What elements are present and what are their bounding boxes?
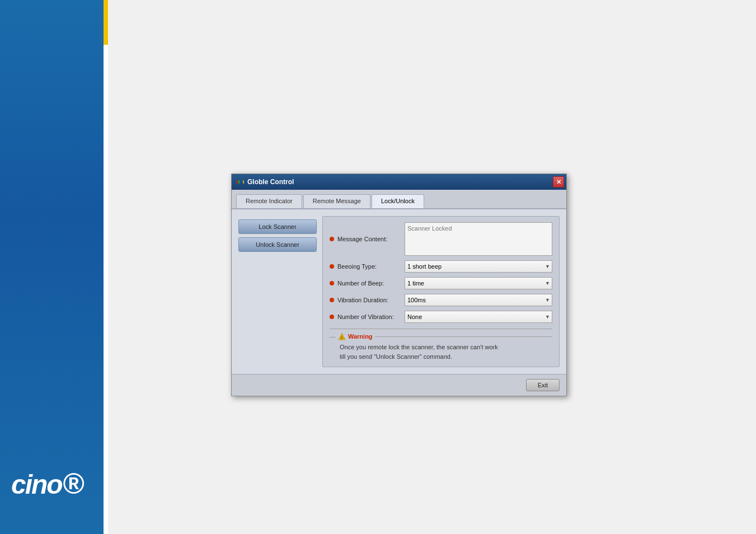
- number-of-vibration-label: Number of Vibration:: [337, 313, 405, 320]
- unlock-scanner-button[interactable]: Unlock Scanner: [238, 237, 317, 252]
- vibration-duration-label: Vibration Duration:: [337, 297, 405, 303]
- tab-remote-indicator[interactable]: Remote Indicator: [236, 194, 302, 208]
- message-content-label: Message Content:: [337, 236, 405, 242]
- tab-bar: Remote Indicator Remote Message Lock/Unl…: [232, 190, 566, 209]
- number-of-vibration-select[interactable]: None 1 time 2 times 3 times: [405, 311, 552, 323]
- number-of-beep-label: Number of Beep:: [337, 280, 405, 287]
- number-of-vibration-select-wrapper: None 1 time 2 times 3 times: [405, 311, 552, 323]
- warning-title-row: — ! Warning: [330, 332, 552, 340]
- sidebar-accent-bar: [104, 0, 108, 45]
- warning-section: — ! Warning Once you remote lock the sca…: [330, 329, 552, 361]
- left-panel: Lock Scanner Unlock Scanner: [238, 216, 317, 367]
- tab-lock-unlock[interactable]: Lock/Unlock: [372, 194, 424, 208]
- beeping-type-row: Beeoing Type: 1 short beep 2 short beeps…: [330, 260, 552, 273]
- sidebar-border: [104, 0, 108, 534]
- warning-line: [375, 336, 552, 337]
- message-content-bullet: [330, 237, 334, 241]
- dialog-window: Globle Control ✕ Remote Indicator Remote…: [231, 174, 567, 396]
- tab-remote-message[interactable]: Remote Message: [303, 194, 370, 208]
- warning-dash: —: [330, 333, 336, 340]
- beeping-type-bullet: [330, 264, 334, 269]
- close-button[interactable]: ✕: [553, 176, 564, 188]
- right-panel: Message Content: Beeoing Type: 1 short b…: [322, 216, 560, 367]
- svg-text:!: !: [341, 336, 342, 340]
- icon-sq-green: [238, 180, 240, 184]
- message-content-row: Message Content:: [330, 222, 552, 256]
- vibration-duration-row: Vibration Duration: 100ms 200ms 500ms No…: [330, 294, 552, 306]
- beeping-type-label: Beeoing Type:: [337, 263, 405, 270]
- title-bar: Globle Control ✕: [232, 174, 566, 190]
- beeping-type-select-wrapper: 1 short beep 2 short beeps 3 short beeps…: [405, 260, 552, 273]
- vibration-duration-select[interactable]: 100ms 200ms 500ms None: [405, 294, 552, 306]
- icon-sq-red: [236, 180, 237, 184]
- message-content-textarea[interactable]: [405, 222, 552, 256]
- warning-label: Warning: [348, 333, 373, 340]
- dialog-body: Lock Scanner Unlock Scanner Message Cont…: [232, 209, 566, 374]
- dialog-footer: Exit: [232, 374, 566, 396]
- warning-text: Once you remote lock the scanner, the sc…: [330, 343, 552, 361]
- warning-icon: !: [338, 332, 346, 340]
- sidebar: [0, 0, 104, 534]
- vibration-duration-select-wrapper: 100ms 200ms 500ms None: [405, 294, 552, 306]
- beeping-type-select[interactable]: 1 short beep 2 short beeps 3 short beeps…: [405, 260, 552, 273]
- title-bar-icon: [236, 178, 244, 186]
- exit-button[interactable]: Exit: [526, 379, 560, 391]
- icon-sq-yellow: [243, 180, 244, 184]
- dialog-title: Globle Control: [247, 178, 294, 186]
- number-of-beep-select-wrapper: 1 time 2 times 3 times None: [405, 277, 552, 289]
- number-of-beep-select[interactable]: 1 time 2 times 3 times None: [405, 277, 552, 289]
- icon-sq-blue: [241, 180, 242, 184]
- number-of-vibration-bullet: [330, 315, 334, 319]
- number-of-vibration-row: Number of Vibration: None 1 time 2 times…: [330, 311, 552, 323]
- vibration-duration-bullet: [330, 298, 334, 302]
- cino-logo: cino®: [11, 467, 83, 500]
- number-of-beep-row: Number of Beep: 1 time 2 times 3 times N…: [330, 277, 552, 289]
- lock-scanner-button[interactable]: Lock Scanner: [238, 219, 317, 234]
- number-of-beep-bullet: [330, 281, 334, 285]
- main-content: Globle Control ✕ Remote Indicator Remote…: [108, 0, 756, 534]
